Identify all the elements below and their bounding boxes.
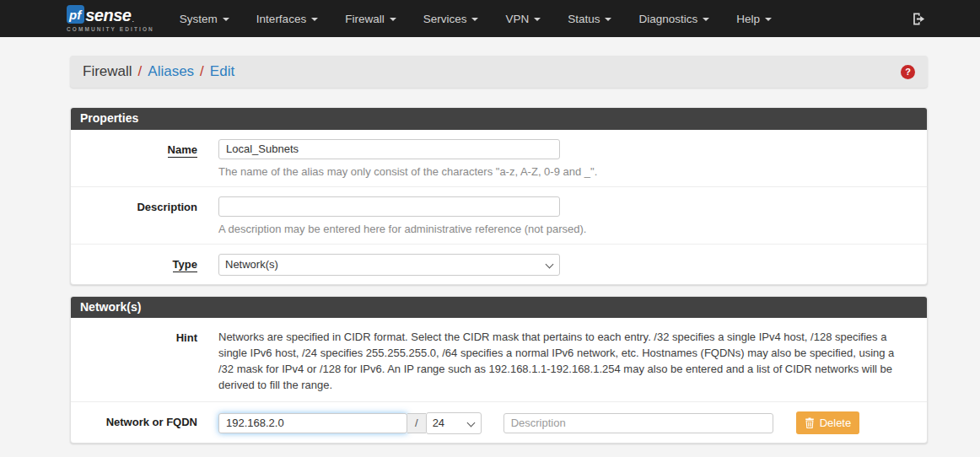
- name-label: Name: [71, 139, 218, 178]
- caret-down-icon: [223, 18, 229, 21]
- nav-item-system[interactable]: System: [166, 0, 243, 37]
- caret-down-icon: [311, 18, 318, 21]
- pfsense-logo[interactable]: pf sense . COMMUNITY EDITION: [67, 5, 154, 32]
- nav-item-vpn[interactable]: VPN: [492, 0, 554, 37]
- network-entry-row: Network or FQDN / 24: [71, 401, 927, 443]
- trash-icon: [805, 417, 815, 428]
- description-row: Description A description may be entered…: [71, 186, 927, 244]
- help-icon[interactable]: ?: [901, 65, 915, 79]
- sense-logo-text: sense: [85, 7, 131, 24]
- name-input[interactable]: [218, 139, 560, 159]
- nav-item-interfaces[interactable]: Interfaces: [243, 0, 331, 37]
- network-fqdn-label: Network or FQDN: [71, 411, 218, 434]
- nav-item-firewall[interactable]: Firewall: [331, 0, 410, 37]
- breadcrumb-separator: /: [132, 63, 148, 80]
- entry-description-input[interactable]: [503, 413, 773, 433]
- caret-down-icon: [390, 18, 396, 21]
- caret-down-icon: [534, 18, 541, 21]
- properties-panel-header: Properties: [71, 108, 927, 130]
- nav-menu: System Interfaces Firewall Services VPN …: [166, 0, 785, 37]
- breadcrumb-link-aliases[interactable]: Aliases: [148, 63, 194, 80]
- delete-entry-button[interactable]: Delete: [796, 411, 860, 434]
- hint-row: Hint Networks are specified in CIDR form…: [71, 318, 927, 401]
- top-navbar: pf sense . COMMUNITY EDITION System Inte…: [0, 0, 980, 37]
- description-input[interactable]: [218, 196, 560, 217]
- community-edition-label: COMMUNITY EDITION: [67, 26, 154, 32]
- nav-item-diagnostics[interactable]: Diagnostics: [625, 0, 723, 37]
- description-label: Description: [71, 196, 218, 235]
- description-help-text: A description may be entered here for ad…: [218, 223, 914, 235]
- caret-down-icon: [765, 18, 772, 21]
- caret-down-icon: [471, 18, 478, 21]
- logo-trademark-dot: .: [132, 16, 134, 24]
- type-row: Type Network(s): [71, 244, 927, 284]
- logout-button[interactable]: [908, 8, 929, 30]
- caret-down-icon: [703, 18, 709, 21]
- breadcrumb: Firewall / Aliases / Edit ?: [70, 56, 928, 88]
- pf-logo-mark: pf: [67, 5, 84, 24]
- breadcrumb-section: Firewall: [83, 63, 132, 80]
- networks-panel: Network(s) Hint Networks are specified i…: [70, 296, 928, 444]
- delete-button-label: Delete: [820, 417, 852, 429]
- breadcrumb-link-edit[interactable]: Edit: [210, 63, 234, 80]
- caret-down-icon: [605, 18, 611, 21]
- type-select[interactable]: Network(s): [218, 254, 560, 276]
- sign-out-icon: [912, 12, 926, 26]
- breadcrumb-separator: /: [194, 63, 210, 80]
- hint-label: Hint: [71, 327, 218, 393]
- name-row: Name The name of the alias may only cons…: [71, 130, 927, 186]
- properties-panel: Properties Name The name of the alias ma…: [70, 107, 928, 285]
- hint-text: Networks are specified in CIDR format. S…: [218, 327, 914, 393]
- nav-item-status[interactable]: Status: [554, 0, 625, 37]
- cidr-separator-addon: /: [407, 413, 426, 433]
- cidr-mask-select[interactable]: 24: [426, 412, 482, 434]
- type-label: Type: [71, 254, 218, 276]
- networks-panel-header: Network(s): [71, 297, 927, 319]
- nav-item-help[interactable]: Help: [723, 0, 785, 37]
- nav-item-services[interactable]: Services: [410, 0, 493, 37]
- network-address-input[interactable]: [218, 413, 407, 433]
- name-help-text: The name of the alias may only consist o…: [218, 165, 914, 178]
